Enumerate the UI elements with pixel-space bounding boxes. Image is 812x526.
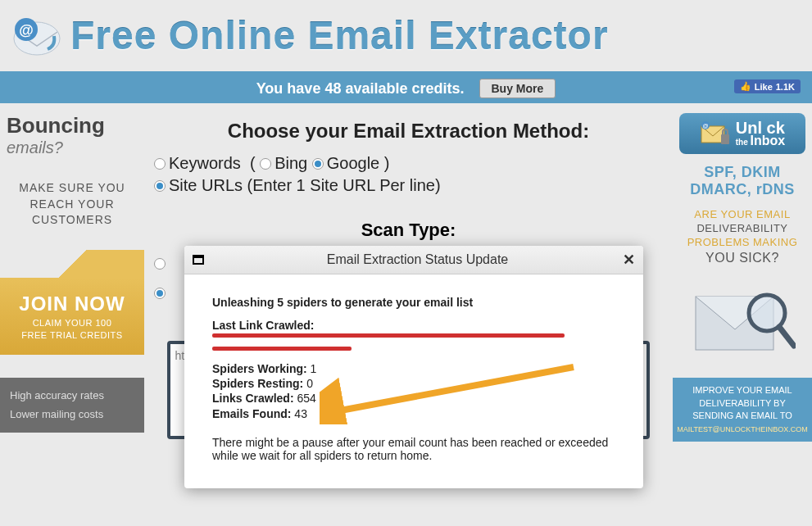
close-icon[interactable]: ✕ (623, 251, 635, 269)
envelope-at-icon: @ (8, 11, 66, 61)
svg-line-9 (779, 327, 794, 346)
like-count: 1.1K (776, 82, 795, 92)
improve-cta: IMPROVE YOUR EMAIL DELIVERABILITY BY SEN… (673, 378, 812, 442)
scan-type-heading: Scan Type: (154, 220, 663, 241)
credits-bar: You have 48 available credits. Buy More … (0, 74, 812, 103)
bing-label: Bing (274, 154, 307, 173)
scan-option-2-radio[interactable] (154, 288, 166, 299)
window-icon[interactable] (193, 255, 204, 265)
credits-text: You have 48 available credits. (256, 80, 465, 97)
siteurls-label: Site URLs (Enter 1 Site URL Per line) (169, 176, 441, 195)
sidebar-right: @ Unl ck the Inbox SPF, DKIM DMARC, rDNS… (673, 103, 812, 526)
bing-radio[interactable] (260, 158, 271, 170)
list-item: Lower mailing costs (10, 405, 134, 424)
join-title: JOIN NOW (7, 292, 138, 315)
join-now-banner[interactable]: JOIN NOW CLAIM YOUR 100 FREE TRIAL CREDI… (0, 278, 144, 355)
spiders-resting: Spiders Resting: 0 (212, 376, 615, 391)
extraction-method-heading: Choose your Email Extraction Method: (154, 120, 663, 143)
google-label: Google (327, 154, 380, 173)
join-sub2: FREE TRIAL CREDITS (7, 330, 138, 340)
like-label: Like (755, 82, 773, 92)
spiders-working: Spiders Working: 1 (212, 361, 615, 376)
envelope-lock-icon: @ (700, 120, 731, 147)
modal-title: Email Extraction Status Update (212, 252, 623, 267)
unlock-inbox-banner[interactable]: @ Unl ck the Inbox (679, 113, 805, 154)
last-link-label: Last Link Crawled: (212, 319, 615, 332)
redacted-link (212, 332, 615, 356)
page-title: Free Online Email Extractor (70, 13, 609, 58)
pause-note: There might be a pause after your email … (212, 436, 615, 462)
list-item: High accuracy rates (10, 386, 134, 405)
svg-text:@: @ (19, 22, 34, 39)
makesure-text: MAKE SURE YOU REACH YOUR CUSTOMERS (7, 180, 138, 229)
modal-unleashing: Unleashing 5 spiders to generate your em… (212, 296, 615, 309)
join-sub1: CLAIM YOUR 100 (7, 318, 138, 328)
modal-title-bar: Email Extraction Status Update ✕ (184, 246, 643, 274)
keywords-label: Keywords (169, 154, 241, 173)
facebook-like-button[interactable]: 👍 Like 1.1K (734, 79, 801, 93)
sick-text: ARE YOUR EMAIL DELIVERABILITY PROBLEMS M… (679, 208, 805, 266)
bouncing-heading: Bouncing (7, 113, 138, 138)
svg-text:@: @ (702, 123, 708, 129)
google-radio[interactable] (312, 158, 324, 170)
status-modal: Email Extraction Status Update ✕ Unleash… (184, 246, 643, 488)
siteurls-radio[interactable] (154, 180, 166, 192)
svg-rect-6 (721, 134, 729, 144)
emails-found: Emails Found: 43 (212, 406, 615, 421)
dkim-heading: SPF, DKIM DMARC, rDNS (679, 164, 805, 198)
benefits-list: High accuracy rates Lower mailing costs (0, 378, 144, 433)
thumbs-up-icon: 👍 (740, 81, 751, 92)
envelope-magnify-icon (689, 276, 796, 366)
header: @ Free Online Email Extractor (0, 0, 812, 74)
bouncing-sub: emails? (7, 138, 138, 157)
logo-area: @ Free Online Email Extractor (8, 11, 609, 61)
links-crawled: Links Crawled: 654 (212, 391, 615, 406)
scan-option-1-radio[interactable] (154, 258, 166, 270)
keywords-radio[interactable] (154, 158, 166, 170)
buy-more-button[interactable]: Buy More (479, 79, 556, 98)
sidebar-left: Bouncing emails? MAKE SURE YOU REACH YOU… (0, 103, 144, 526)
